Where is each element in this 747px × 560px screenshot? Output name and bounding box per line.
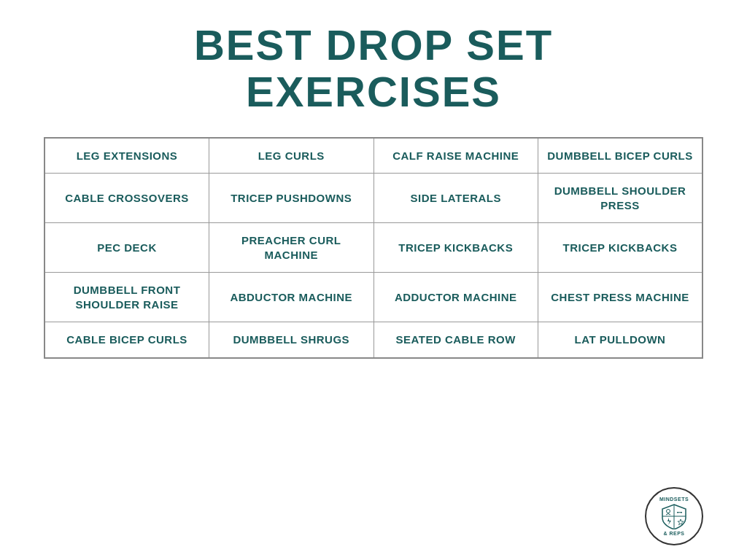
table-cell: DUMBBELL SHRUGS [209,322,374,358]
table-cell: TRICEP KICKBACKS [538,223,703,273]
table-row: CABLE CROSSOVERSTRICEP PUSHDOWNSSIDE LAT… [44,174,703,223]
table-cell: TRICEP PUSHDOWNS [209,174,374,223]
title-line1: BEST DROP SET [194,21,553,69]
shield-icon [661,503,687,529]
table-cell: CABLE CROSSOVERS [44,174,209,223]
svg-marker-6 [667,518,671,525]
table-cell: SEATED CABLE ROW [374,322,538,358]
table-cell: PREACHER CURL MACHINE [209,223,374,273]
svg-rect-4 [681,512,682,513]
title-section: BEST DROP SET EXERCISES [194,22,553,115]
table-cell: CALF RAISE MACHINE [374,138,538,174]
title-line2: EXERCISES [246,68,501,115]
table-cell: SIDE LATERALS [374,174,538,223]
table-cell: ABDUCTOR MACHINE [209,273,374,322]
table-row: CABLE BICEP CURLSDUMBBELL SHRUGSSEATED C… [44,322,703,358]
logo-inner: MINDSETS & REPS [646,489,702,544]
table-row: LEG EXTENSIONSLEG CURLSCALF RAISE MACHIN… [44,138,703,174]
exercises-table: LEG EXTENSIONSLEG CURLSCALF RAISE MACHIN… [44,137,703,359]
svg-point-2 [667,510,670,513]
table-row: PEC DECKPREACHER CURL MACHINETRICEP KICK… [44,223,703,273]
logo-top-text: MINDSETS [659,497,689,502]
table-cell: LEG EXTENSIONS [44,138,209,174]
table-cell: ADDUCTOR MACHINE [374,273,538,322]
table-cell: DUMBBELL FRONT SHOULDER RAISE [44,273,209,322]
table-cell: CABLE BICEP CURLS [44,322,209,358]
table-cell: LEG CURLS [209,138,374,174]
table-cell: LAT PULLDOWN [538,322,703,358]
footer-section: MINDSETS & REPS [44,480,703,545]
logo: MINDSETS & REPS [645,487,703,545]
table-row: DUMBBELL FRONT SHOULDER RAISEABDUCTOR MA… [44,273,703,322]
main-title: BEST DROP SET EXERCISES [194,22,553,115]
table-cell: CHEST PRESS MACHINE [538,273,703,322]
svg-rect-3 [677,512,678,513]
table-cell: TRICEP KICKBACKS [374,223,538,273]
table-cell: DUMBBELL SHOULDER PRESS [538,174,703,223]
table-cell: PEC DECK [44,223,209,273]
table-cell: DUMBBELL BICEP CURLS [538,138,703,174]
table-container: LEG EXTENSIONSLEG CURLSCALF RAISE MACHIN… [44,137,703,480]
logo-bottom-text: & REPS [663,531,684,536]
